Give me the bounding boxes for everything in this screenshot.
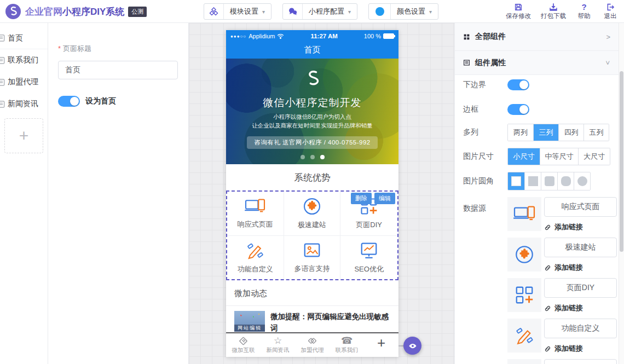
- plus-icon: +: [19, 126, 29, 145]
- all-components-header[interactable]: 全部组件 >: [455, 23, 619, 51]
- sidebar-item-news[interactable]: 新闻资讯: [0, 93, 48, 115]
- component-props-title: 组件属性: [475, 58, 506, 68]
- feature-item[interactable]: 响应式页面: [227, 192, 284, 236]
- bottom-border-toggle[interactable]: [507, 79, 529, 90]
- sidebar-item-home[interactable]: 首页: [0, 27, 48, 49]
- radius-option-square[interactable]: [524, 172, 541, 190]
- set-home-label: 设为首页: [85, 96, 116, 106]
- banner-carousel[interactable]: 微信小程序定制开发 小程序以微信8亿用户为切入点 让企业以及商家在短时间里实现提…: [226, 59, 398, 164]
- carrier-info: ●●●○○ Applidium: [230, 33, 284, 39]
- gem-icon: [238, 336, 249, 346]
- border-row: 边框: [463, 104, 613, 115]
- datasource-title-input[interactable]: [544, 238, 617, 257]
- set-home-toggle[interactable]: [58, 96, 80, 107]
- app-title-light: 企业官网: [25, 7, 62, 17]
- image-size-large[interactable]: 大尺寸: [578, 148, 610, 165]
- columns-option-2[interactable]: 两列: [508, 124, 533, 141]
- feature-label: 极速建站: [298, 220, 326, 230]
- feature-item[interactable]: 功能自定义: [227, 236, 284, 280]
- datasource-title-input[interactable]: [544, 278, 617, 298]
- edit-button[interactable]: 编辑: [374, 193, 395, 204]
- banner-subtitle-1: 小程序以微信8亿用户为切入点: [273, 113, 351, 120]
- feature-item[interactable]: SEO优化: [340, 236, 397, 280]
- add-link-button[interactable]: 添加链接: [544, 344, 583, 354]
- news-item[interactable]: 网站编辑 微加提醒：网页编辑应避免出现敏感词 与极限词: [226, 306, 398, 332]
- border-toggle[interactable]: [507, 104, 529, 115]
- dot[interactable]: [310, 155, 315, 159]
- link-icon: [544, 224, 551, 231]
- sidebar-item-contact[interactable]: 联系我们: [0, 49, 48, 71]
- page-diy-icon: [514, 285, 535, 305]
- eye-icon: [408, 341, 418, 351]
- exit-button[interactable]: 退出: [600, 2, 621, 20]
- tab-label: 微加互联: [232, 346, 255, 354]
- custom-function-icon: [514, 325, 535, 346]
- chevron-right-icon: >: [606, 33, 610, 41]
- bottom-border-label: 下边界: [463, 80, 507, 90]
- vertical-scrollbar[interactable]: [619, 23, 624, 364]
- add-link-button[interactable]: 添加链接: [544, 263, 583, 273]
- columns-option-5[interactable]: 五列: [583, 124, 609, 141]
- add-page-button[interactable]: +: [4, 118, 43, 153]
- page-label: 加盟代理: [8, 77, 38, 87]
- phone-page-title: 首页: [304, 45, 321, 54]
- app-logo-icon: [5, 4, 21, 19]
- help-button[interactable]: ? 帮助: [574, 2, 594, 20]
- wifi-icon: [277, 33, 284, 39]
- columns-option-4[interactable]: 四列: [558, 124, 583, 141]
- menu-label: 小程序配置: [303, 7, 348, 16]
- datasource-title-input[interactable]: [544, 359, 617, 364]
- radius-option-circle[interactable]: [574, 172, 590, 190]
- clock: 11:27 AM: [310, 33, 337, 39]
- tab-contact[interactable]: ☎ 联系我们: [330, 336, 364, 354]
- tab-add-button[interactable]: +: [364, 334, 398, 356]
- page-title-input[interactable]: [58, 61, 178, 79]
- dot-active[interactable]: [320, 155, 325, 159]
- component-props-header[interactable]: 组件属性 >: [455, 51, 619, 75]
- feature-item[interactable]: 多语言支持: [284, 236, 341, 280]
- datasource-title-input[interactable]: [544, 197, 617, 217]
- page-icon: [0, 100, 5, 108]
- datasource-thumb: [507, 319, 541, 353]
- color-dot-icon: [369, 4, 391, 19]
- module-settings-menu[interactable]: 模块设置 ▾: [204, 3, 271, 20]
- datasource-thumb: [507, 278, 541, 312]
- columns-option-3-active[interactable]: 三列: [533, 124, 558, 141]
- tab-agency[interactable]: 加盟代理: [295, 336, 330, 354]
- feature-label: 多语言支持: [294, 264, 330, 274]
- carrier-name: Applidium: [249, 33, 275, 39]
- bottom-border-row: 下边界: [463, 79, 613, 90]
- image-size-segmented-control: 小尺寸 中等尺寸 大尺寸: [507, 148, 610, 165]
- save-button[interactable]: 保存修改: [504, 2, 533, 20]
- exit-icon: [606, 2, 615, 11]
- radius-option-more-rounded[interactable]: [557, 172, 574, 190]
- feature-label: SEO优化: [354, 264, 383, 274]
- news-thumbnail-caption: 网站编辑: [234, 325, 265, 332]
- feature-label: 页面DIY: [356, 220, 382, 230]
- grid-icon: [463, 33, 470, 41]
- radius-option-none-active[interactable]: [508, 172, 524, 190]
- download-button[interactable]: 打包下载: [539, 2, 568, 20]
- preview-button[interactable]: [403, 337, 421, 355]
- help-icon: ?: [581, 2, 586, 11]
- feature-grid-selected[interactable]: 删除 编辑 响应式页面 极速建站 页面DIY 功能自定义: [226, 190, 398, 280]
- page-properties-panel: *页面标题 设为首页: [49, 23, 189, 364]
- radius-option-rounded[interactable]: [541, 172, 557, 190]
- delete-button[interactable]: 删除: [351, 193, 372, 204]
- feature-item[interactable]: 极速建站: [284, 192, 341, 236]
- miniprogram-config-menu[interactable]: 小程序配置 ▾: [282, 3, 357, 20]
- beta-badge: 公测: [128, 7, 147, 17]
- image-size-medium[interactable]: 中等尺寸: [540, 148, 578, 165]
- datasource-title-input[interactable]: [544, 319, 617, 338]
- canvas: ●●●○○ Applidium 11:27 AM 100 % 首页 微信小程序定…: [189, 23, 454, 364]
- dot[interactable]: [301, 155, 305, 159]
- fast-build-icon: [514, 244, 535, 265]
- sidebar-item-agency[interactable]: 加盟代理: [0, 71, 48, 93]
- tab-weijia[interactable]: 微加互联: [226, 336, 261, 354]
- add-link-button[interactable]: 添加链接: [544, 222, 583, 232]
- scrollbar-thumb[interactable]: [620, 71, 623, 252]
- image-size-small-active[interactable]: 小尺寸: [508, 148, 540, 165]
- add-link-button[interactable]: 添加链接: [544, 303, 583, 313]
- tab-news[interactable]: ☆ 新闻资讯: [261, 336, 295, 354]
- color-settings-menu[interactable]: 颜色设置 ▾: [368, 3, 438, 20]
